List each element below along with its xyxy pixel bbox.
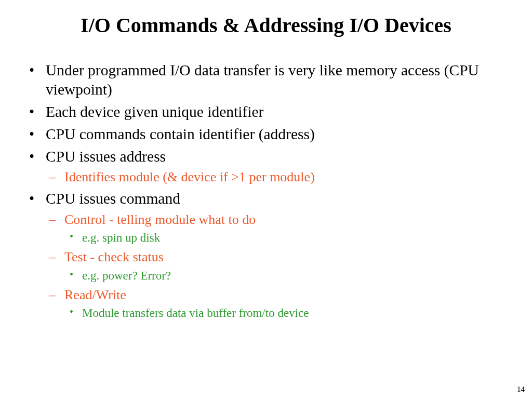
bullet-text: CPU commands contain identifier (address… [46, 126, 315, 142]
bullet-item: Read/Write Module transfers data via buf… [46, 286, 506, 321]
bullet-item: Identifies module (& device if >1 per mo… [46, 168, 506, 186]
bullet-text: Module transfers data via buffer from/to… [82, 307, 309, 320]
bullet-text: e.g. power? Error? [82, 269, 171, 282]
bullet-list-level3: Module transfers data via buffer from/to… [64, 305, 506, 321]
bullet-list-level2: Identifies module (& device if >1 per mo… [46, 168, 506, 186]
bullet-item: e.g. power? Error? [64, 268, 506, 284]
bullet-list-level2: Control - telling module what to do e.g.… [46, 210, 506, 321]
bullet-text: Test - check status [64, 249, 164, 264]
bullet-item: CPU commands contain identifier (address… [26, 125, 506, 144]
bullet-item: Under programmed I/O data transfer is ve… [26, 61, 506, 99]
bullet-list-level3: e.g. power? Error? [64, 268, 506, 284]
bullet-text: Under programmed I/O data transfer is ve… [46, 62, 479, 98]
bullet-text: Each device given unique identifier [46, 103, 263, 120]
bullet-text: CPU issues command [46, 190, 180, 207]
page-number: 14 [517, 385, 525, 394]
bullet-item: CPU issues command Control - telling mod… [26, 189, 506, 321]
bullet-item: Module transfers data via buffer from/to… [64, 305, 506, 321]
bullet-list-level1: Under programmed I/O data transfer is ve… [26, 61, 506, 321]
bullet-item: Each device given unique identifier [26, 102, 506, 122]
bullet-text: CPU issues address [46, 148, 166, 165]
bullet-text: Control - telling module what to do [64, 212, 256, 227]
bullet-item: CPU issues address Identifies module (& … [26, 147, 506, 187]
bullet-text: Read/Write [64, 287, 126, 302]
slide: I/O Commands & Addressing I/O Devices Un… [0, 0, 532, 399]
bullet-text: e.g. spin up disk [82, 231, 160, 244]
bullet-item: e.g. spin up disk [64, 230, 506, 246]
bullet-text: Identifies module (& device if >1 per mo… [64, 169, 315, 184]
bullet-item: Control - telling module what to do e.g.… [46, 210, 506, 246]
bullet-list-level3: e.g. spin up disk [64, 230, 506, 246]
slide-title: I/O Commands & Addressing I/O Devices [26, 13, 506, 37]
bullet-item: Test - check status e.g. power? Error? [46, 248, 506, 283]
